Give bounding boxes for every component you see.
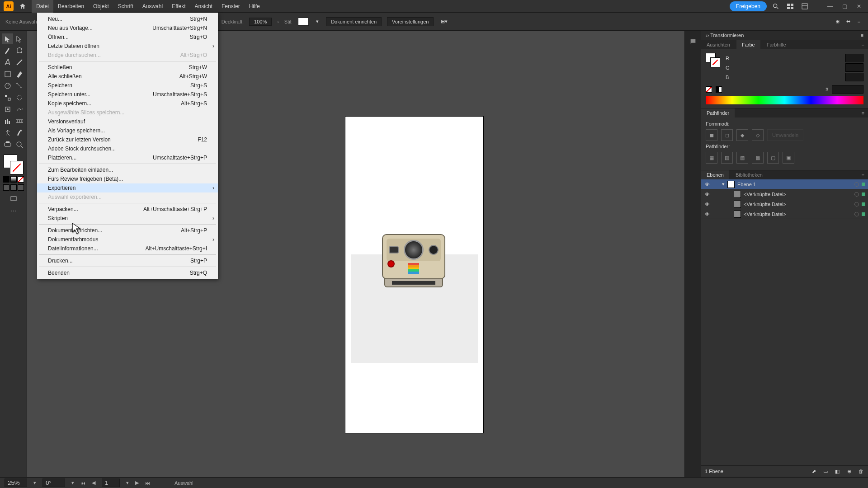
- panel-menu-icon[interactable]: ≡: [858, 40, 868, 49]
- expand-icon[interactable]: ▾: [722, 181, 725, 187]
- menubar-item-effekt[interactable]: Effekt: [167, 0, 190, 13]
- visibility-icon[interactable]: 👁: [704, 202, 710, 207]
- visibility-icon[interactable]: 👁: [704, 192, 710, 197]
- menu-item[interactable]: Zurück zur letzten VersionF12: [37, 135, 218, 144]
- crop-icon[interactable]: ▩: [752, 152, 764, 164]
- color-swatch[interactable]: [706, 53, 720, 67]
- target-icon[interactable]: [854, 212, 859, 216]
- outline-icon[interactable]: ▢: [767, 152, 779, 164]
- tool-10[interactable]: [2, 92, 13, 103]
- menu-item[interactable]: Neu...Strg+N: [37, 14, 218, 23]
- bw-icon[interactable]: [716, 86, 722, 93]
- artboard-number-input[interactable]: [102, 479, 120, 487]
- intersect-icon[interactable]: ◆: [736, 129, 748, 141]
- menu-item[interactable]: Dokument einrichten...Alt+Strg+P: [37, 226, 218, 235]
- delete-icon[interactable]: 🗑: [857, 468, 864, 475]
- tool-8[interactable]: [2, 80, 13, 91]
- opacity-input[interactable]: 100%: [249, 18, 272, 26]
- menu-item[interactable]: Letzte Dateien öffnen›: [37, 42, 218, 51]
- layer-row[interactable]: 👁 ▾ Ebene 1: [701, 179, 868, 189]
- visibility-icon[interactable]: 👁: [704, 182, 710, 187]
- chevron-down-icon[interactable]: ▾: [33, 480, 36, 486]
- tab-libraries[interactable]: Bibliotheken: [730, 170, 768, 179]
- none-icon[interactable]: [706, 86, 712, 93]
- tool-2[interactable]: [2, 45, 13, 56]
- color-mode-icon[interactable]: [3, 176, 9, 183]
- tool-5[interactable]: [14, 57, 25, 68]
- comment-icon[interactable]: [689, 38, 697, 45]
- align-icon[interactable]: ⬌: [844, 18, 852, 25]
- menu-item[interactable]: Fürs Review freigeben (Beta)...: [37, 174, 218, 183]
- tab-pathfinder[interactable]: Pathfinder: [701, 108, 735, 117]
- panel-menu-icon[interactable]: ≡: [858, 108, 868, 117]
- menu-item[interactable]: Dokumentfarbmodus›: [37, 235, 218, 244]
- align-icon[interactable]: ⊞▾: [441, 19, 448, 24]
- document-setup-button[interactable]: Dokument einrichten: [326, 17, 382, 26]
- menu-item[interactable]: Platzieren...Umschalttaste+Strg+P: [37, 153, 218, 162]
- panel-menu-icon[interactable]: ≡: [858, 170, 868, 179]
- draw-normal-icon[interactable]: [3, 184, 9, 191]
- menu-item[interactable]: Dateiinformationen...Alt+Umschalttaste+S…: [37, 244, 218, 253]
- tool-3[interactable]: [14, 45, 25, 56]
- rotate-input[interactable]: [42, 479, 65, 487]
- exclude-icon[interactable]: ◇: [752, 129, 764, 141]
- visibility-icon[interactable]: 👁: [704, 211, 710, 217]
- menubar-item-bearbeiten[interactable]: Bearbeiten: [53, 0, 89, 13]
- preferences-button[interactable]: Voreinstellungen: [387, 17, 434, 26]
- hex-input[interactable]: [832, 85, 863, 94]
- target-icon[interactable]: [854, 192, 859, 197]
- tool-9[interactable]: [14, 80, 25, 91]
- none-mode-icon[interactable]: [18, 176, 24, 183]
- tool-14[interactable]: [2, 116, 13, 127]
- clip-icon[interactable]: ▭: [822, 468, 829, 475]
- menu-item[interactable]: SchließenStrg+W: [37, 63, 218, 72]
- minimize-icon[interactable]: —: [825, 1, 835, 12]
- target-icon[interactable]: [854, 182, 859, 187]
- fill-stroke-swatch[interactable]: [4, 155, 24, 174]
- trim-icon[interactable]: ▧: [721, 152, 733, 164]
- menu-item[interactable]: Zum Bearbeiten einladen...: [37, 165, 218, 174]
- minus-front-icon[interactable]: ◻: [721, 129, 733, 141]
- more-tools-icon[interactable]: ⋯: [11, 208, 16, 214]
- tab-align[interactable]: Ausrichten: [701, 40, 736, 49]
- menu-item[interactable]: SpeichernStrg+S: [37, 81, 218, 90]
- menu-item[interactable]: Als Vorlage speichern...: [37, 126, 218, 135]
- layer-row[interactable]: 👁 <Verknüpfte Datei>: [701, 199, 868, 209]
- prev-artboard-icon[interactable]: ◀: [92, 480, 95, 486]
- search-icon[interactable]: [770, 1, 781, 12]
- tool-12[interactable]: [2, 104, 13, 115]
- style-swatch[interactable]: [298, 18, 309, 26]
- placed-image[interactable]: [375, 234, 452, 298]
- transform-panel-header[interactable]: ›› Transformieren ≡: [701, 31, 868, 40]
- menu-item[interactable]: BeendenStrg+Q: [37, 268, 218, 277]
- r-input[interactable]: [845, 54, 863, 62]
- maximize-icon[interactable]: ▢: [839, 1, 850, 12]
- menu-item[interactable]: Alle schließenAlt+Strg+W: [37, 72, 218, 81]
- menu-item[interactable]: Kopie speichern...Alt+Strg+S: [37, 99, 218, 108]
- panel-menu-icon[interactable]: ≡: [861, 33, 863, 38]
- chevron-down-icon[interactable]: ▾: [71, 480, 74, 486]
- new-sublayer-icon[interactable]: ◧: [834, 468, 841, 475]
- tool-4[interactable]: [2, 57, 13, 68]
- unite-icon[interactable]: ◼: [706, 129, 717, 141]
- layer-name[interactable]: <Verknüpfte Datei>: [744, 211, 852, 217]
- tool-17[interactable]: [14, 127, 25, 138]
- new-layer-icon[interactable]: ⊕: [845, 468, 853, 475]
- zoom-input[interactable]: [5, 479, 27, 487]
- b-input[interactable]: [845, 73, 863, 81]
- menubar-item-fenster[interactable]: Fenster: [217, 0, 245, 13]
- menu-item[interactable]: Versionsverlauf: [37, 117, 218, 126]
- tool-0[interactable]: [2, 33, 13, 44]
- menu-item[interactable]: Exportieren›: [37, 183, 218, 192]
- menu-item[interactable]: Skripten›: [37, 214, 218, 223]
- first-artboard-icon[interactable]: ⏮: [80, 480, 85, 486]
- arrange-icon[interactable]: [785, 1, 796, 12]
- tool-6[interactable]: [2, 69, 13, 80]
- menubar-item-auswahl[interactable]: Auswahl: [138, 0, 167, 13]
- divide-icon[interactable]: ▦: [706, 152, 717, 164]
- chevron-down-icon[interactable]: ▾: [126, 480, 129, 486]
- menu-item[interactable]: Adobe Stock durchsuchen...: [37, 144, 218, 153]
- menubar-item-schrift[interactable]: Schrift: [113, 0, 138, 13]
- app-icon[interactable]: Ai: [4, 1, 14, 11]
- chevron-right-icon[interactable]: ›: [277, 19, 279, 24]
